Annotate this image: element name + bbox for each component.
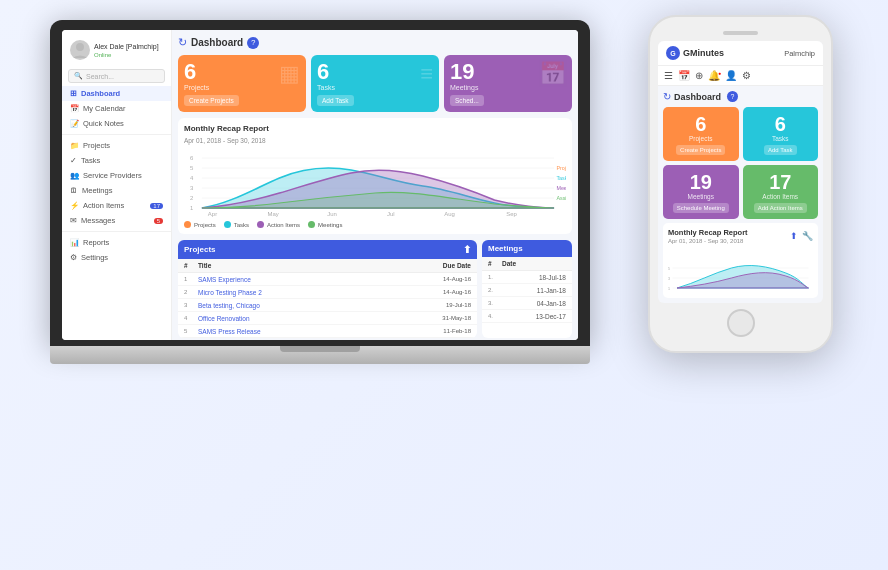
chart-subtitle: Apr 01, 2018 - Sep 30, 2018 — [184, 137, 566, 144]
sidebar-item-label: Projects — [83, 141, 110, 150]
sidebar-item-projects[interactable]: 📁 Projects — [62, 138, 171, 153]
user-nav-icon[interactable]: 👤 — [725, 70, 737, 81]
chart-area: 6 5 4 3 2 1 — [184, 148, 566, 218]
sidebar-item-quicknotes[interactable]: 📝 Quick Notes — [62, 116, 171, 131]
table-row[interactable]: 5SAMS Press Release11-Feb-18 — [178, 325, 477, 338]
table-row[interactable]: 2Micro Testing Phase 214-Aug-16 — [178, 286, 477, 299]
svg-point-0 — [76, 43, 84, 51]
projects-table-title: Projects — [184, 245, 216, 254]
create-projects-button[interactable]: Create Projects — [184, 95, 239, 106]
table-row[interactable]: 1SAMS Experience14-Aug-16 — [178, 273, 477, 286]
search-input[interactable]: 🔍 Search... — [68, 69, 165, 83]
svg-text:1: 1 — [190, 205, 193, 210]
col-num: # — [488, 260, 502, 267]
mobile-device: G GMinutes Palmchip ☰ 📅 ⊕ 🔔● 👤 ⚙ ↻ Dashb… — [648, 15, 833, 353]
mobile-chart-section: Monthly Recap Report Apr 01, 2018 - Sep … — [663, 223, 818, 298]
search-icon: 🔍 — [74, 72, 83, 80]
table-row[interactable]: 4Office Renovation31-May-18 — [178, 312, 477, 325]
hamburger-icon[interactable]: ☰ — [664, 70, 673, 81]
svg-text:2: 2 — [190, 195, 193, 200]
meetings-stat-card[interactable]: 19 Meetings Sched... 📅 — [444, 55, 572, 112]
mobile-chart-expand-icon[interactable]: ⬆ — [790, 231, 798, 241]
table-row[interactable]: 1.18-Jul-18 — [482, 271, 572, 284]
mobile-schedule-meeting-button[interactable]: Schedule Meeting — [673, 203, 729, 213]
sidebar-item-label: Reports — [83, 238, 109, 247]
tasks-stat-card[interactable]: 6 Tasks Add Task ≡ — [311, 55, 439, 112]
table-row[interactable]: 3.04-Jan-18 — [482, 297, 572, 310]
chart-legend: Projects Tasks Action Items Meeting — [184, 221, 566, 228]
svg-text:6: 6 — [190, 155, 193, 160]
schedule-meeting-button[interactable]: Sched... — [450, 95, 484, 106]
mobile-projects-card[interactable]: 6 Projects Create Projects — [663, 107, 739, 161]
sidebar-item-label: Quick Notes — [83, 119, 124, 128]
sidebar-item-calendar[interactable]: 📅 My Calendar — [62, 101, 171, 116]
main-content: ↻ Dashboard ? 6 Projects Create Projects… — [172, 30, 578, 340]
mobile-meetings-card[interactable]: 19 Meetings Schedule Meeting — [663, 165, 739, 219]
user-status: Online — [94, 52, 159, 58]
projects-table: Projects ⬆ # Title Due Date 1SAMS Experi… — [178, 240, 477, 338]
sidebar-item-messages[interactable]: ✉ Messages 5 — [62, 213, 171, 228]
mobile-add-task-button[interactable]: Add Task — [764, 145, 797, 155]
mobile-chart-settings-icon[interactable]: 🔧 — [802, 231, 813, 241]
col-date: Due Date — [431, 262, 471, 269]
mobile-add-action-items-button[interactable]: Add Action Items — [754, 203, 807, 213]
mobile-chart-title: Monthly Recap Report — [668, 228, 748, 237]
sidebar-item-reports[interactable]: 📊 Reports — [62, 235, 171, 250]
add-task-button[interactable]: Add Task — [317, 95, 354, 106]
legend-tasks-label: Tasks — [234, 222, 249, 228]
projects-table-icon[interactable]: ⬆ — [463, 244, 471, 255]
table-row[interactable]: 3Beta testing, Chicago19-Jul-18 — [178, 299, 477, 312]
notifications-icon[interactable]: 🔔● — [708, 70, 720, 81]
sidebar-item-action-items[interactable]: ⚡ Action Items 17 — [62, 198, 171, 213]
table-row[interactable]: 4.13-Dec-17 — [482, 310, 572, 323]
sidebar-item-label: Dashboard — [81, 89, 120, 98]
sidebar-item-providers[interactable]: 👥 Service Providers — [62, 168, 171, 183]
svg-text:Task: Task — [556, 176, 566, 181]
svg-text:3: 3 — [668, 277, 670, 281]
svg-text:Apr: Apr — [208, 211, 217, 216]
mobile-chart-subtitle: Apr 01, 2018 - Sep 30, 2018 — [668, 238, 748, 244]
mobile-speaker — [723, 31, 758, 35]
svg-text:5: 5 — [668, 267, 670, 271]
sidebar-item-tasks[interactable]: ✓ Tasks — [62, 153, 171, 168]
share-nav-icon[interactable]: ⚙ — [742, 70, 751, 81]
dashboard-sync-icon: ↻ — [178, 36, 187, 49]
mobile-content: ↻ Dashboard ? 6 Projects Create Projects… — [658, 86, 823, 303]
projects-table-header: Projects ⬆ — [178, 240, 477, 259]
col-num: # — [184, 262, 198, 269]
table-row[interactable]: 2.11-Jan-18 — [482, 284, 572, 297]
svg-text:Jul: Jul — [387, 211, 395, 216]
svg-text:1: 1 — [668, 287, 670, 291]
mobile-create-projects-button[interactable]: Create Projects — [676, 145, 725, 155]
calendar-nav-icon[interactable]: 📅 — [678, 70, 690, 81]
dashboard-icon: ⊞ — [70, 89, 77, 98]
mobile-action-items-card[interactable]: 17 Action Items Add Action Items — [743, 165, 819, 219]
sidebar-item-label: Meetings — [82, 186, 112, 195]
sidebar-item-meetings[interactable]: 🗓 Meetings — [62, 183, 171, 198]
sidebar-item-dashboard[interactable]: ⊞ Dashboard — [62, 86, 171, 101]
action-items-badge: 17 — [150, 203, 163, 209]
legend-projects-label: Projects — [194, 222, 216, 228]
messages-badge: 5 — [154, 218, 163, 224]
projects-col-headers: # Title Due Date — [178, 259, 477, 273]
svg-text:5: 5 — [190, 165, 193, 170]
mobile-logo-text: GMinutes — [683, 48, 724, 58]
mobile-home-button[interactable] — [727, 309, 755, 337]
projects-stat-card[interactable]: 6 Projects Create Projects ▦ — [178, 55, 306, 112]
svg-text:Sep: Sep — [506, 211, 517, 216]
sidebar-item-label: Messages — [81, 216, 115, 225]
mobile-tasks-card[interactable]: 6 Tasks Add Task — [743, 107, 819, 161]
mobile-action-items-label: Action Items — [749, 193, 813, 200]
mobile-chart-controls: ⬆ 🔧 — [790, 231, 813, 241]
tasks-label: Tasks — [317, 84, 433, 91]
mobile-meetings-count: 19 — [669, 171, 733, 193]
action-icon: ⚡ — [70, 201, 79, 210]
mobile-navbar: ☰ 📅 ⊕ 🔔● 👤 ⚙ — [658, 66, 823, 86]
legend-tasks: Tasks — [224, 221, 249, 228]
mobile-projects-count: 6 — [669, 113, 733, 135]
sidebar-item-settings[interactable]: ⚙ Settings — [62, 250, 171, 265]
svg-text:Assi: Assi — [556, 196, 566, 201]
laptop-device: Alex Dale [Palmchip] Online 🔍 Search... … — [50, 20, 590, 364]
tasks-icon: ✓ — [70, 156, 77, 165]
add-nav-icon[interactable]: ⊕ — [695, 70, 703, 81]
